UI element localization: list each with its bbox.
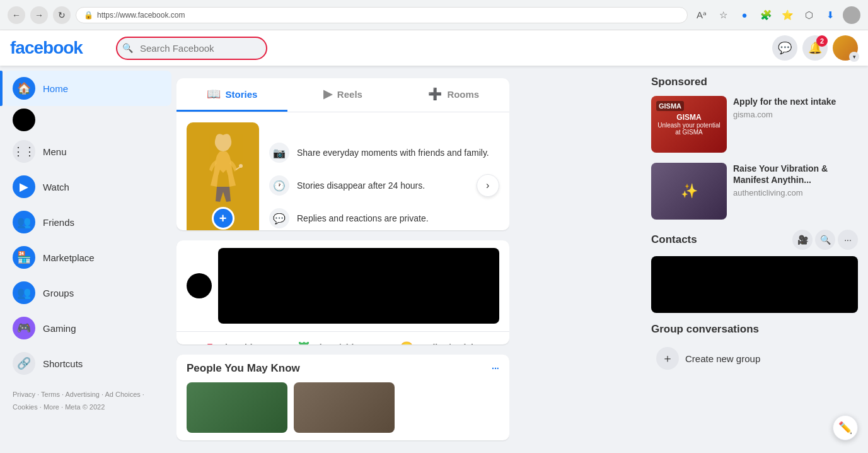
ad-info-2: Raise Your Vibration & Manifest Anythin.… — [733, 163, 858, 220]
people-more-button[interactable]: ··· — [492, 363, 499, 374]
sidebar-menu-label: Menu — [43, 146, 67, 157]
sidebar-item-gaming[interactable]: 🎮 Gaming — [5, 310, 171, 346]
stories-tabs: 📖 Stories ▶ Reels ➕ Rooms — [176, 78, 509, 112]
url-bar[interactable]: 🔒 https://www.facebook.com — [76, 7, 688, 23]
tab-reels[interactable]: ▶ Reels — [287, 78, 398, 112]
sidebar-item-marketplace[interactable]: 🏪 Marketplace — [5, 240, 171, 275]
rooms-tab-icon: ➕ — [428, 87, 442, 101]
contacts-search-button[interactable]: 🔍 — [815, 230, 835, 250]
story-reply-icon: 💬 — [269, 208, 289, 228]
feeling-label: Feeling/activity — [417, 343, 481, 344]
story-next-button[interactable]: › — [477, 174, 499, 197]
browser-chrome: ← → ↻ 🔒 https://www.facebook.com Aᵃ ☆ ● … — [0, 0, 868, 30]
post-input-box[interactable] — [218, 248, 499, 324]
ad-title-2: Raise Your Vibration & Manifest Anythin.… — [733, 163, 858, 185]
browser-bookmark-icon[interactable]: ⭐ — [778, 6, 796, 24]
search-input[interactable] — [116, 37, 267, 60]
create-group-label: Create new group — [685, 353, 760, 364]
post-create-card: ⏺ Live video 🖼 Photo/video 😊 Feeling/act… — [176, 240, 509, 344]
people-card: People You May Know ··· — [176, 355, 509, 440]
stories-info: 📷 Share everyday moments with friends an… — [259, 122, 499, 230]
fb-logo: facebook — [10, 38, 111, 58]
groups-icon: 👥 — [13, 281, 35, 304]
story-info-text-1: Share everyday moments with friends and … — [297, 148, 489, 158]
sidebar-item-shortcuts[interactable]: 🔗 Shortcuts — [5, 346, 171, 381]
contacts-video-button[interactable]: 🎥 — [792, 230, 813, 250]
browser-download-icon[interactable]: ⬇ — [821, 6, 839, 24]
reels-tab-label: Reels — [337, 89, 362, 100]
live-video-label: Live video — [219, 343, 262, 344]
sidebar-item-home[interactable]: 🏠 Home — [5, 71, 171, 106]
create-story-thumb[interactable]: + Create story — [187, 122, 259, 230]
feeling-button[interactable]: 😊 Feeling/activity — [392, 336, 489, 344]
sponsored-title: Sponsored — [651, 76, 858, 88]
browser-profile-icon[interactable] — [843, 6, 860, 24]
rooms-tab-label: Rooms — [447, 89, 479, 100]
people-thumb-1[interactable] — [187, 382, 287, 433]
contacts-title: Contacts — [651, 233, 697, 246]
story-clock-icon: 🕐 — [269, 175, 289, 196]
live-video-button[interactable]: ⏺ Live video — [197, 336, 270, 344]
left-sidebar: 🏠 Home ⋮⋮ Menu ▶ Watch 👥 Friends 🏪 Marke… — [0, 66, 176, 453]
fb-layout: 🏠 Home ⋮⋮ Menu ▶ Watch 👥 Friends 🏪 Marke… — [0, 30, 868, 453]
reels-tab-icon: ▶ — [323, 87, 332, 101]
story-info-item-3: 💬 Replies and reactions are private. — [269, 208, 489, 228]
ad-thumb-1: GISMA Unleash your potential at GISMA — [651, 96, 727, 153]
tab-stories[interactable]: 📖 Stories — [176, 78, 287, 112]
stories-tab-label: Stories — [226, 89, 258, 100]
story-share-icon: 📷 — [269, 143, 289, 163]
profile-avatar-wrap[interactable]: ▾ — [833, 35, 858, 61]
messenger-button[interactable]: 💬 — [772, 35, 797, 61]
ad-title-1: Apply for the next intake — [733, 96, 858, 107]
browser-ext-icon-2[interactable]: 🧩 — [757, 6, 775, 24]
sidebar-friends-label: Friends — [43, 217, 74, 228]
ad-thumb-2: ✨ — [651, 163, 727, 220]
group-conv-title: Group conversations — [651, 323, 858, 336]
live-video-icon: ⏺ — [204, 341, 216, 344]
refresh-button[interactable]: ↻ — [53, 6, 71, 24]
browser-reading-icon[interactable]: Aᵃ — [693, 6, 710, 24]
sidebar-item-menu[interactable]: ⋮⋮ Menu — [5, 134, 171, 169]
post-user-avatar — [187, 273, 212, 298]
notifications-button[interactable]: 🔔 2 — [802, 35, 828, 61]
right-sidebar: Sponsored GISMA Unleash your potential a… — [641, 66, 868, 453]
story-art-svg — [198, 129, 248, 217]
browser-star-icon[interactable]: ☆ — [714, 6, 732, 24]
create-story-plus-button[interactable]: + — [212, 207, 234, 230]
stories-card: 📖 Stories ▶ Reels ➕ Rooms — [176, 78, 509, 230]
notification-badge: 2 — [816, 35, 828, 47]
forward-button[interactable]: → — [30, 6, 48, 24]
ad-item-2[interactable]: ✨ Raise Your Vibration & Manifest Anythi… — [651, 163, 858, 220]
tab-rooms[interactable]: ➕ Rooms — [398, 78, 509, 112]
back-button[interactable]: ← — [8, 6, 25, 24]
contact-thumbnail — [651, 256, 858, 313]
gaming-icon: 🎮 — [13, 317, 35, 339]
story-info-item-1: 📷 Share everyday moments with friends an… — [269, 143, 489, 163]
sidebar-item-friends[interactable]: 👥 Friends — [5, 204, 171, 240]
sidebar-footer: Privacy · Terms · Advertising · Ad Choic… — [5, 381, 171, 421]
browser-collections-icon[interactable]: ⬡ — [800, 6, 818, 24]
avatar-dropdown-icon: ▾ — [849, 52, 859, 62]
photo-video-icon: 🖼 — [298, 341, 310, 344]
compose-button[interactable]: ✏️ — [833, 415, 858, 440]
svg-point-1 — [239, 164, 243, 168]
create-new-group-button[interactable]: ＋ Create new group — [651, 342, 858, 375]
ad-info-1: Apply for the next intake gisma.com — [733, 96, 858, 153]
pencil-icon: ✏️ — [838, 421, 852, 435]
fb-main: 📖 Stories ▶ Reels ➕ Rooms — [176, 66, 509, 453]
sidebar-item-groups[interactable]: 👥 Groups — [5, 275, 171, 310]
people-section-title: People You May Know — [187, 362, 300, 375]
story-info-text-2: Stories disappear after 24 hours. — [297, 180, 425, 191]
story-info-item-2: 🕐 Stories disappear after 24 hours. — [269, 175, 489, 196]
contacts-more-button[interactable]: ··· — [838, 230, 858, 250]
sidebar-item-watch[interactable]: ▶ Watch — [5, 169, 171, 204]
people-thumb-2[interactable] — [294, 382, 395, 433]
contacts-header: Contacts 🎥 🔍 ··· — [651, 230, 858, 250]
search-icon: 🔍 — [122, 43, 133, 53]
photo-video-button[interactable]: 🖼 Photo/video — [291, 336, 371, 344]
browser-toolbar: Aᵃ ☆ ● 🧩 ⭐ ⬡ ⬇ — [693, 6, 860, 24]
watch-icon: ▶ — [13, 175, 35, 198]
ad-item-1[interactable]: GISMA Unleash your potential at GISMA Ap… — [651, 96, 858, 153]
browser-ext-icon-1[interactable]: ● — [736, 6, 753, 24]
sidebar-marketplace-label: Marketplace — [43, 252, 95, 263]
